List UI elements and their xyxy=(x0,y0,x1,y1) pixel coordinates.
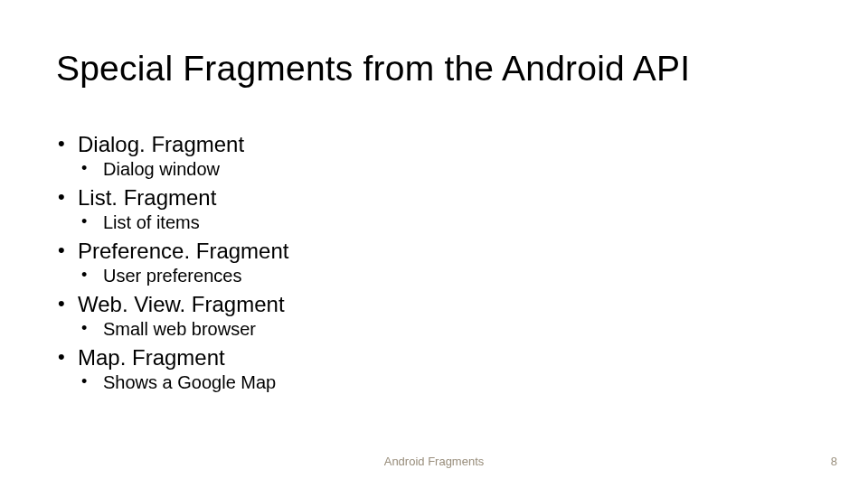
bullet-lvl2: List of items xyxy=(80,212,797,233)
slide-title: Special Fragments from the Android API xyxy=(56,49,690,89)
bullet-lvl2: User preferences xyxy=(80,266,797,286)
page-number: 8 xyxy=(831,455,837,468)
bullet-text: User preferences xyxy=(103,266,241,286)
bullet-text: Shows a Google Map xyxy=(103,372,276,392)
bullet-text: Web. View. Fragment xyxy=(78,292,285,316)
bullet-text: List. Fragment xyxy=(78,185,216,210)
bullet-lvl1: Dialog. Fragment xyxy=(56,132,797,157)
bullet-text: Preference. Fragment xyxy=(78,239,288,263)
bullet-text: Dialog window xyxy=(103,159,220,179)
bullet-lvl2: Shows a Google Map xyxy=(80,372,797,393)
bullet-lvl2: Dialog window xyxy=(80,159,797,180)
bullet-text: List of items xyxy=(103,212,200,232)
bullet-lvl2: Small web browser xyxy=(80,319,797,340)
slide: Special Fragments from the Android API D… xyxy=(0,0,868,488)
bullet-text: Map. Fragment xyxy=(78,345,225,370)
bullet-text: Small web browser xyxy=(103,319,256,339)
bullet-lvl1: Web. View. Fragment xyxy=(56,292,797,317)
footer-center: Android Fragments xyxy=(0,455,868,468)
bullet-lvl1: Preference. Fragment xyxy=(56,239,797,264)
slide-body: Dialog. Fragment Dialog window List. Fra… xyxy=(56,127,797,393)
bullet-lvl1: List. Fragment xyxy=(56,185,797,211)
bullet-lvl1: Map. Fragment xyxy=(56,345,797,371)
bullet-text: Dialog. Fragment xyxy=(78,132,244,156)
